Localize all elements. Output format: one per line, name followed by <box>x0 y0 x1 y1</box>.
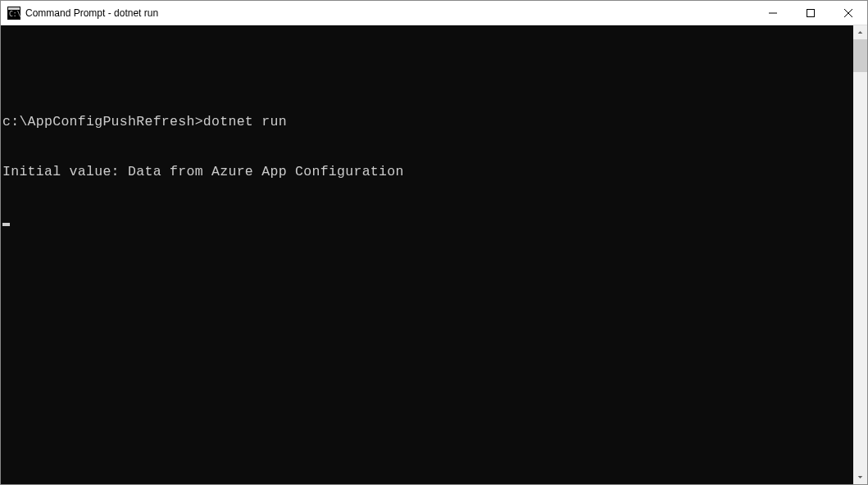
output-line: Initial value: Data from Azure App Confi… <box>2 164 852 181</box>
blank-line <box>2 63 852 79</box>
terminal-cursor <box>2 223 10 226</box>
close-icon <box>844 9 852 17</box>
scroll-down-button[interactable] <box>853 470 867 484</box>
close-button[interactable] <box>829 1 867 25</box>
svg-text:C:\: C:\ <box>9 11 20 18</box>
prompt-line: c:\AppConfigPushRefresh>dotnet run <box>2 114 852 131</box>
content-area: c:\AppConfigPushRefresh>dotnet run Initi… <box>1 25 867 484</box>
prompt-path: c:\AppConfigPushRefresh <box>2 114 195 129</box>
scroll-up-button[interactable] <box>853 25 867 39</box>
titlebar[interactable]: C:\ Command Prompt - dotnet run <box>1 1 867 25</box>
window-title: Command Prompt - dotnet run <box>25 7 754 19</box>
vertical-scrollbar[interactable] <box>853 25 867 484</box>
window-controls <box>754 1 867 25</box>
chevron-down-icon <box>857 474 863 480</box>
svg-rect-1 <box>8 7 20 10</box>
cursor-line <box>2 215 852 232</box>
minimize-icon <box>769 9 777 17</box>
maximize-icon <box>807 9 815 17</box>
command-text: dotnet run <box>203 114 287 129</box>
prompt-char: > <box>195 114 203 129</box>
maximize-button[interactable] <box>792 1 829 25</box>
scroll-track[interactable] <box>853 39 867 470</box>
cmd-icon: C:\ <box>7 7 20 20</box>
scroll-thumb[interactable] <box>853 39 867 72</box>
chevron-up-icon <box>857 29 863 35</box>
minimize-button[interactable] <box>754 1 792 25</box>
terminal-output[interactable]: c:\AppConfigPushRefresh>dotnet run Initi… <box>1 25 853 484</box>
svg-rect-3 <box>807 9 815 16</box>
